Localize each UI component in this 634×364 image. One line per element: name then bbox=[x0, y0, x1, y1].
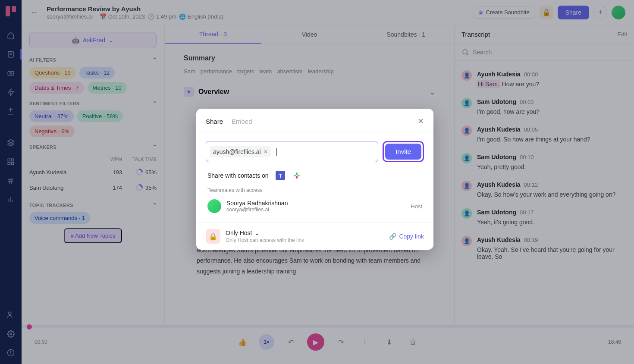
svg-rect-29 bbox=[293, 175, 296, 176]
share-modal: Share Embed ✕ ayush@fireflies.ai✕ Invite… bbox=[196, 109, 433, 250]
svg-rect-31 bbox=[296, 173, 298, 175]
svg-rect-30 bbox=[297, 175, 300, 176]
teammate-name: Soorya Radhakrishnan bbox=[226, 200, 288, 207]
teammates-label: Teammates with access bbox=[207, 187, 422, 193]
invite-email-field[interactable]: ayush@fireflies.ai✕ bbox=[206, 141, 378, 162]
invite-button[interactable]: Invite bbox=[385, 144, 421, 160]
teammate-row: Soorya Radhakrishnan soorya@fireflies.ai… bbox=[206, 196, 424, 217]
close-icon[interactable]: ✕ bbox=[417, 116, 424, 126]
teammate-email: soorya@fireflies.ai bbox=[226, 207, 288, 213]
svg-text:T: T bbox=[279, 173, 282, 179]
svg-rect-32 bbox=[296, 176, 298, 179]
permission-sub: Only Host can access with the link bbox=[226, 237, 304, 243]
modal-tab-share[interactable]: Share bbox=[206, 118, 223, 125]
remove-token-icon[interactable]: ✕ bbox=[264, 149, 268, 155]
lock-icon: 🔒 bbox=[206, 229, 220, 244]
teammate-role: Host bbox=[411, 203, 422, 210]
modal-tab-embed[interactable]: Embed bbox=[232, 118, 252, 125]
teammate-avatar bbox=[207, 199, 221, 213]
share-with-label: Share with contacts on bbox=[207, 172, 269, 179]
copy-link-button[interactable]: 🔗 Copy link bbox=[389, 233, 424, 240]
email-token[interactable]: ayush@fireflies.ai✕ bbox=[210, 146, 271, 157]
permission-select[interactable]: Only Host ⌄ bbox=[226, 229, 304, 236]
teams-icon[interactable]: T bbox=[276, 171, 285, 180]
slack-icon[interactable] bbox=[292, 171, 301, 180]
